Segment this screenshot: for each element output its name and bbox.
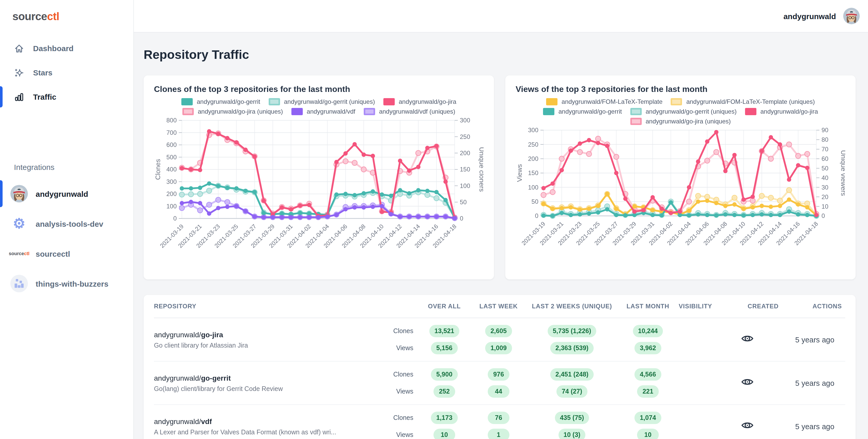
clones-chart-legend: andygrunwald/go-gerritandygrunwald/go-ge… <box>161 98 476 115</box>
views-last-2-weeks-badge: 10 (3) <box>558 429 585 439</box>
svg-text:50: 50 <box>531 198 538 205</box>
col-header-visibility: VISIBILITY <box>674 303 717 310</box>
visibility-eye-icon[interactable] <box>741 332 753 345</box>
legend-item[interactable]: andygrunwald/go-jira <box>383 98 456 105</box>
views-last-week-badge: 44 <box>488 385 509 398</box>
legend-swatch-icon <box>291 108 303 115</box>
clones-last-month-badge: 1,074 <box>635 412 661 424</box>
views-overall-badge: 10 <box>433 429 455 439</box>
visibility-eye-icon[interactable] <box>741 375 753 388</box>
repo-description: Go client library for Atlassian Jira <box>154 342 382 349</box>
sidebar-item-dashboard[interactable]: Dashboard <box>0 36 133 60</box>
legend-item[interactable]: andygrunwald/go-jira <box>745 108 818 115</box>
svg-text:40: 40 <box>822 174 829 181</box>
col-header-actions: ACTIONS <box>809 303 845 310</box>
svg-text:200: 200 <box>460 150 470 156</box>
svg-text:30: 30 <box>822 184 829 191</box>
clones-last-month-badge: 10,244 <box>633 325 663 337</box>
views-overall-badge: 252 <box>433 385 455 398</box>
clones-last-week-badge: 2,605 <box>486 325 512 337</box>
views-last-2-weeks-badge: 2,363 (539) <box>550 342 594 354</box>
svg-text:600: 600 <box>166 141 177 148</box>
svg-text:0: 0 <box>535 212 538 219</box>
integration-analysis-tools-dev[interactable]: ⚙ analysis-tools-dev <box>0 209 133 239</box>
clones-last-week-badge: 76 <box>488 412 509 424</box>
legend-item[interactable]: andygrunwald/FOM-LaTeX-Template <box>546 98 663 105</box>
views-row-label: Views <box>382 344 413 352</box>
svg-text:250: 250 <box>460 133 470 140</box>
integration-things-with-buzzers[interactable]: things-with-buzzers <box>0 269 133 299</box>
legend-item[interactable]: andygrunwald/FOM-LaTeX-Template (uniques… <box>671 98 815 105</box>
table-row: andygrunwald/go-jira Go client library f… <box>154 318 845 361</box>
active-indicator <box>0 86 3 107</box>
legend-swatch-icon <box>269 98 280 105</box>
legend-item[interactable]: andygrunwald/go-gerrit <box>543 108 622 115</box>
views-last-week-badge: 1,009 <box>486 342 512 354</box>
views-last-2-weeks-badge: 74 (27) <box>556 385 587 398</box>
active-indicator <box>0 180 3 207</box>
table-row: andygrunwald/go-gerrit Go(lang) client/l… <box>154 361 845 404</box>
clones-last-2-weeks-badge: 435 (75) <box>555 412 589 424</box>
integration-andygrunwald[interactable]: andygrunwald <box>0 179 133 209</box>
integration-label: analysis-tools-dev <box>36 219 103 228</box>
current-user-name[interactable]: andygrunwald <box>783 11 836 21</box>
views-chart-card: Views of the top 3 repositories for the … <box>505 75 856 279</box>
table-header-row: REPOSITORY OVER ALL LAST WEEK LAST 2 WEE… <box>154 295 845 318</box>
svg-text:250: 250 <box>528 141 538 148</box>
repository-table: REPOSITORY OVER ALL LAST WEEK LAST 2 WEE… <box>144 295 856 439</box>
sidebar: sourcectl Dashboard Stars Traffic <box>0 0 134 439</box>
app-logo[interactable]: sourcectl <box>0 0 133 23</box>
sidebar-item-label: Stars <box>33 68 53 77</box>
svg-text:Clones: Clones <box>154 159 162 180</box>
sparkles-icon <box>14 67 24 78</box>
legend-item[interactable]: andygrunwald/vdf (uniques) <box>364 108 455 115</box>
sidebar-item-traffic[interactable]: Traffic <box>0 85 133 109</box>
svg-text:70: 70 <box>822 146 829 153</box>
table-body: andygrunwald/go-jira Go client library f… <box>154 318 845 439</box>
home-icon <box>14 43 24 54</box>
legend-swatch-icon <box>745 108 756 115</box>
visibility-eye-icon[interactable] <box>741 419 753 432</box>
svg-text:500: 500 <box>166 154 177 161</box>
legend-item[interactable]: andygrunwald/go-jira (uniques) <box>630 118 731 125</box>
legend-item[interactable]: andygrunwald/go-jira (uniques) <box>182 108 283 115</box>
col-header-last-week: LAST WEEK <box>475 303 522 310</box>
main-content: Repository Traffic Clones of the top 3 r… <box>133 32 868 439</box>
table-row: andygrunwald/vdf A Lexer and Parser for … <box>154 404 845 439</box>
repo-name[interactable]: andygrunwald/go-jira <box>154 330 382 339</box>
svg-text:60: 60 <box>822 155 829 162</box>
svg-text:300: 300 <box>166 178 177 185</box>
repo-name[interactable]: andygrunwald/go-gerrit <box>154 374 382 382</box>
legend-swatch-icon <box>182 108 194 115</box>
legend-item[interactable]: andygrunwald/go-gerrit (uniques) <box>630 108 737 115</box>
integrations-list: andygrunwald ⚙ analysis-tools-dev source… <box>0 179 133 299</box>
integration-label: andygrunwald <box>36 189 88 198</box>
svg-text:80: 80 <box>822 136 829 143</box>
bar-chart-icon <box>14 92 24 102</box>
svg-text:50: 50 <box>822 165 829 172</box>
integration-sourcectl[interactable]: sourcectl sourcectl <box>0 239 133 269</box>
col-header-created: CREATED <box>717 303 809 310</box>
clones-chart-canvas: 2021-03-192021-03-212021-03-232021-03-25… <box>154 117 484 262</box>
clones-overall-badge: 13,521 <box>429 325 459 337</box>
svg-text:150: 150 <box>460 166 470 173</box>
legend-swatch-icon <box>364 108 375 115</box>
sidebar-item-stars[interactable]: Stars <box>0 60 133 85</box>
svg-text:300: 300 <box>528 127 538 133</box>
repo-name[interactable]: andygrunwald/vdf <box>154 417 382 425</box>
legend-item[interactable]: andygrunwald/vdf <box>291 108 355 115</box>
user-avatar[interactable] <box>843 8 860 24</box>
clones-row-label: Clones <box>382 414 413 421</box>
views-last-month-badge: 221 <box>637 385 659 398</box>
svg-text:100: 100 <box>460 182 470 189</box>
svg-text:700: 700 <box>166 129 177 136</box>
svg-text:50: 50 <box>460 198 467 206</box>
legend-item[interactable]: andygrunwald/go-gerrit <box>181 98 260 105</box>
col-header-overall: OVER ALL <box>413 303 475 310</box>
legend-item[interactable]: andygrunwald/go-gerrit (uniques) <box>269 98 375 105</box>
col-header-repository: REPOSITORY <box>154 303 382 310</box>
clones-last-week-badge: 976 <box>488 368 509 381</box>
charts-row: Clones of the top 3 repositories for the… <box>144 75 856 279</box>
views-last-month-badge: 3,962 <box>635 342 661 354</box>
integration-label: sourcectl <box>36 249 70 258</box>
